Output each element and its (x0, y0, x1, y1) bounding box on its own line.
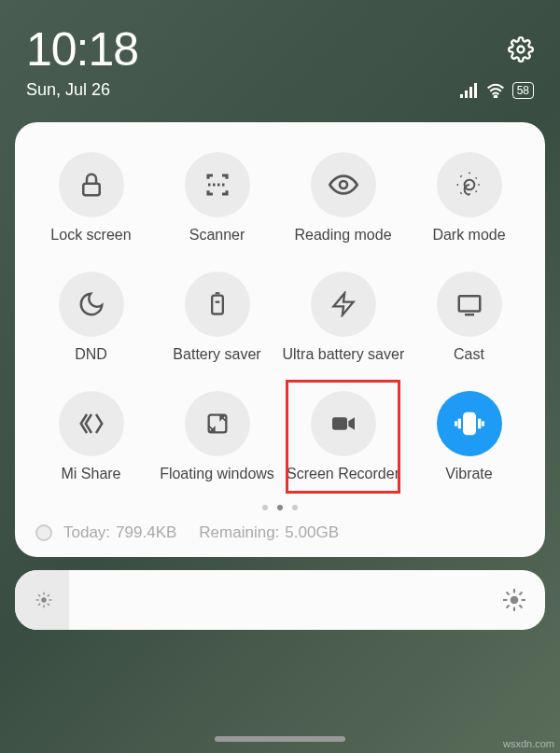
tile-dnd[interactable]: DND (28, 272, 154, 363)
svg-marker-21 (333, 293, 353, 314)
svg-line-17 (475, 176, 478, 179)
svg-line-37 (38, 594, 40, 596)
svg-point-5 (494, 95, 497, 98)
data-remaining-value: 5.00GB (285, 523, 339, 542)
clock: 10:18 (26, 22, 138, 77)
tile-lock-screen[interactable]: Lock screen (28, 152, 154, 244)
date: Sun, Jul 26 (26, 80, 110, 100)
data-today-value: 799.4KB (116, 523, 176, 542)
svg-line-15 (475, 191, 478, 194)
page-dot[interactable] (292, 505, 298, 510)
data-remaining-label: Remaining: (199, 523, 279, 542)
page-dot[interactable] (262, 505, 268, 510)
tile-battery-saver[interactable]: Battery saver (154, 272, 280, 363)
navigation-handle[interactable] (215, 736, 345, 742)
status-icons: 58 (460, 82, 534, 99)
tile-mi-share[interactable]: Mi Share (28, 391, 154, 482)
tile-label: Mi Share (61, 466, 120, 482)
svg-rect-6 (83, 184, 100, 196)
data-today-label: Today: (63, 523, 110, 542)
tile-screen-recorder[interactable]: Screen Recorder (280, 391, 406, 482)
tile-cast[interactable]: Cast (406, 272, 532, 363)
quick-settings-panel: Lock screenScannerReading modeDark modeD… (15, 122, 545, 557)
svg-rect-18 (212, 296, 223, 314)
bolt-icon (311, 272, 376, 337)
video-icon (311, 391, 376, 456)
svg-line-47 (519, 605, 522, 607)
moon-icon (59, 272, 124, 337)
lock-icon (59, 152, 124, 217)
eye-icon (311, 152, 376, 217)
svg-point-0 (518, 47, 525, 53)
window-icon (185, 391, 250, 456)
svg-rect-27 (464, 413, 474, 433)
tile-scanner[interactable]: Scanner (154, 152, 280, 244)
data-usage-icon (35, 524, 52, 541)
tile-label: Lock screen (50, 227, 131, 244)
tile-floating-window[interactable]: Floating windows (154, 391, 280, 482)
vibrate-icon (437, 391, 502, 456)
tile-dark-mode[interactable]: Dark mode (406, 152, 532, 244)
tile-label: Screen Recorder (287, 466, 399, 482)
svg-line-49 (519, 593, 522, 595)
brightness-low-icon (34, 590, 54, 610)
tile-label: Cast (454, 346, 484, 363)
svg-line-14 (460, 176, 463, 179)
svg-line-40 (48, 594, 49, 596)
svg-line-16 (460, 191, 463, 194)
brightness-slider[interactable] (15, 570, 545, 630)
tile-label: Floating windows (160, 466, 274, 482)
svg-line-39 (38, 604, 40, 606)
page-indicator[interactable] (28, 505, 532, 510)
watermark: wsxdn.com (503, 738, 554, 749)
tile-label: Ultra battery saver (283, 346, 404, 363)
signal-icon (460, 83, 479, 98)
svg-rect-3 (469, 87, 472, 98)
darkmode-icon (437, 152, 502, 217)
tile-reading-mode[interactable]: Reading mode (280, 152, 406, 244)
svg-point-32 (41, 597, 47, 603)
svg-marker-26 (348, 417, 355, 429)
svg-rect-25 (332, 417, 347, 429)
tiles-grid: Lock screenScannerReading modeDark modeD… (28, 152, 532, 482)
brightness-high-icon (502, 588, 526, 612)
mishare-icon (59, 391, 124, 456)
tile-label: Dark mode (432, 227, 505, 244)
svg-rect-22 (458, 296, 480, 311)
tile-label: DND (75, 346, 107, 363)
wifi-icon (486, 83, 505, 98)
svg-point-8 (340, 181, 347, 188)
svg-line-46 (507, 593, 510, 595)
tile-label: Battery saver (173, 346, 260, 363)
data-usage-row[interactable]: Today: 799.4KB Remaining: 5.00GB (28, 523, 532, 542)
cast-icon (437, 272, 502, 337)
svg-rect-2 (465, 91, 468, 98)
tile-vibrate[interactable]: Vibrate (406, 391, 532, 482)
status-bar: 10:18 Sun, Jul 26 58 (0, 0, 560, 109)
battery-icon (185, 272, 250, 337)
svg-rect-1 (460, 94, 463, 98)
scanner-icon (185, 152, 250, 217)
battery-indicator: 58 (512, 82, 534, 99)
svg-line-48 (507, 605, 510, 607)
page-dot[interactable] (277, 505, 283, 510)
svg-line-38 (48, 604, 49, 606)
svg-rect-4 (474, 83, 477, 98)
tile-label: Scanner (189, 227, 245, 244)
tile-ultra-battery[interactable]: Ultra battery saver (280, 272, 406, 363)
svg-point-41 (511, 596, 519, 605)
tile-label: Vibrate (445, 466, 492, 482)
tile-label: Reading mode (294, 227, 391, 244)
settings-icon[interactable] (508, 36, 534, 63)
